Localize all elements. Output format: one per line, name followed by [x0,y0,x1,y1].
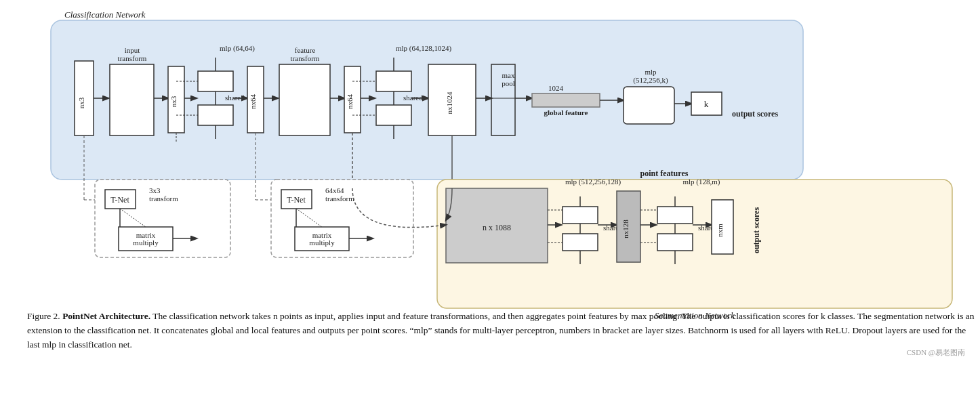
svg-text:multiply: multiply [133,238,159,247]
svg-rect-24 [376,71,411,91]
svg-text:pool: pool [502,79,515,87]
svg-rect-11 [198,105,233,125]
nx1024-label: nx1024 [445,91,453,114]
svg-rect-26 [376,105,411,125]
nx128-label: nx128 [621,219,630,238]
svg-rect-4 [110,64,154,135]
mlp2-label: mlp (64,128,1024) [396,44,452,53]
svg-text:transform: transform [325,194,354,203]
shared-label-2: shared [403,93,423,102]
svg-rect-37 [532,93,600,107]
svg-rect-80 [657,207,693,224]
svg-rect-40 [624,87,674,124]
classification-network-label: Classification Network [64,9,146,20]
svg-text:transform: transform [149,194,178,203]
tnet1-label: T-Net [110,195,129,205]
n-x-1088-label: n x 1088 [483,223,511,232]
feature-transform-label: feature [295,46,316,54]
mlp1-label: mlp (64,64) [220,44,255,53]
point-features-label: point features [640,169,689,178]
output-scores-top-label: output scores [732,109,778,119]
caption: Figure 2. PointNet Architecture. The cla… [27,310,980,352]
svg-text:transform: transform [118,54,147,62]
nxm-label: nxm [716,224,724,237]
mlp3-label: mlp [645,68,657,76]
svg-rect-82 [657,234,693,251]
svg-rect-72 [563,234,598,251]
figure-number: Figure 2. [27,311,60,321]
page-container: Classification Network input points nx3 … [0,0,980,364]
nx3-label-1: nx3 [77,97,85,108]
nx3-label-2: nx3 [169,96,178,107]
mlp4-label: mlp (512,256,128) [565,177,621,186]
diagram-area: Classification Network input points nx3 … [14,7,966,318]
nx64-label-2: nx64 [346,94,354,110]
watermark: CSDN @易老图南 [907,348,965,358]
max-pool-label: max [502,71,515,79]
caption-text: The classification network takes n point… [27,311,975,350]
svg-rect-20 [279,64,330,135]
svg-text:multiply: multiply [309,238,335,247]
svg-text:transform: transform [291,54,320,62]
svg-rect-9 [198,71,233,91]
transform1-label: 3x3 [149,186,161,194]
k-label: k [704,99,709,109]
input-transform-label: input [125,46,140,54]
mlp5-label: mlp (128,m) [683,177,720,186]
transform2-label: 64x64 [325,186,344,194]
output-scores-bottom-label: output scores [752,207,761,253]
svg-rect-70 [563,207,598,224]
main-diagram-svg: Classification Network input points nx3 … [14,7,980,318]
bold-title: PointNet Architecture. [62,311,150,321]
tnet2-label: T-Net [287,195,306,205]
pool-1024-label: 1024 [548,84,564,92]
shared-label-1: shared [225,93,245,102]
svg-text:(512,256,k): (512,256,k) [633,76,668,85]
nx64-label-1: nx64 [249,94,257,110]
global-feature-label: global feature [544,108,588,117]
